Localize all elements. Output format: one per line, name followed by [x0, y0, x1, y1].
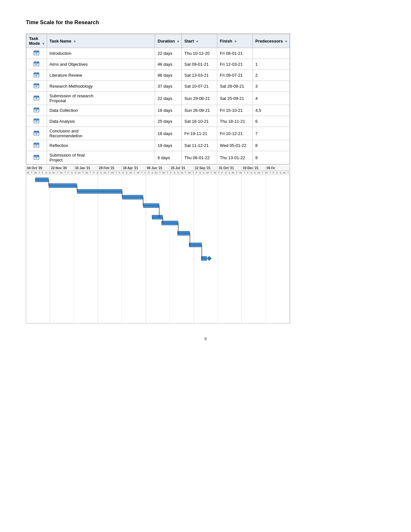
task-mode-cell — [26, 92, 47, 105]
gantt-day-cell: W — [34, 171, 38, 175]
task-mode-icon — [33, 50, 40, 57]
gantt-day-cell: S — [202, 171, 206, 175]
finish-cell: Fri 08-01-21 — [217, 48, 253, 59]
table-row: Introduction22 daysThu 10-12-20Fri 08-01… — [26, 48, 290, 59]
gantt-day-cell: F — [118, 171, 122, 175]
task-mode-icon — [33, 61, 40, 68]
gantt-day-cell: S — [228, 171, 231, 175]
gantt-day-cell: S — [74, 171, 77, 175]
finish-cell: Fri 12-03-21 — [217, 59, 253, 70]
table-row: Data Collection16 daysSun 26-09-21Fri 15… — [26, 105, 290, 116]
gantt-day-cell: M — [77, 171, 82, 175]
gantt-day-cell: M — [129, 171, 133, 175]
svg-rect-1 — [34, 51, 39, 52]
task-mode-cell — [26, 59, 47, 70]
duration-cell: 46 days — [155, 59, 182, 70]
gantt-bar — [122, 195, 143, 199]
gantt-day-cell: T — [64, 171, 67, 175]
gantt-day-cell: T — [235, 171, 239, 175]
start-cell: Thu 06-01-22 — [182, 151, 217, 164]
gantt-bar — [143, 203, 159, 208]
gantt-bar — [77, 189, 122, 194]
gantt-day-cell: T — [115, 171, 118, 175]
duration-cell: 19 days — [155, 140, 182, 151]
col-header-start[interactable]: Start ▾ — [182, 34, 217, 48]
gantt-day-cell: S — [279, 171, 282, 175]
task-mode-cell — [26, 81, 47, 92]
gantt-day-cell: T — [243, 171, 247, 175]
table-row: Research Methodology37 daysSat 10-07-21S… — [26, 81, 290, 92]
gantt-bar — [152, 215, 163, 219]
start-cell: Sat 11-12-21 — [182, 140, 217, 151]
task-name-cell: Aims and Objectives — [47, 59, 155, 70]
gantt-day-cell: F — [170, 171, 173, 175]
sort-arrow-task-name: ▾ — [74, 40, 75, 43]
col-header-finish[interactable]: Finish ▾ — [217, 34, 253, 48]
gantt-day-cell: F — [41, 171, 45, 175]
task-name-cell: Submission of finalProject — [47, 151, 155, 164]
gantt-bars-container — [26, 175, 290, 323]
finish-cell: Thu 18-11-21 — [217, 116, 253, 127]
gantt-bar — [201, 256, 207, 261]
gantt-day-cell: S — [125, 171, 129, 175]
sort-arrow-predecessors: ▾ — [285, 40, 287, 43]
finish-cell: Fri 10-12-21 — [217, 127, 253, 140]
gantt-date-cell: 18 Apr '21 — [122, 166, 146, 170]
gantt-connectors-svg — [26, 175, 290, 323]
col-header-task-name[interactable]: Task Name ▾ — [47, 34, 155, 48]
gantt-day-cell: S — [70, 171, 74, 175]
col-header-duration[interactable]: Duration ▾ — [155, 34, 182, 48]
gantt-date-cell: 12 Sep '21 — [194, 166, 218, 170]
gantt-date-cell: 19 Dec '21 — [242, 166, 266, 170]
task-name-cell: Data Collection — [47, 105, 155, 116]
task-name-cell: Literature Review — [47, 70, 155, 81]
gantt-day-cell: S — [275, 171, 279, 175]
start-cell: Sat 09-01-21 — [182, 59, 217, 70]
task-mode-icon — [33, 154, 40, 161]
start-cell: Thu 10-12-20 — [182, 48, 217, 59]
gantt-date-cell: 06 Jun '21 — [146, 166, 170, 170]
gantt-day-cell: M — [231, 171, 235, 175]
table-row: Submission of researchProposal22 daysSun… — [26, 92, 290, 105]
gantt-day-cell: F — [195, 171, 199, 175]
task-name-cell: Research Methodology — [47, 81, 155, 92]
gantt-day-cell: T — [287, 171, 290, 175]
svg-rect-13 — [34, 84, 39, 85]
start-cell: Sat 16-10-21 — [182, 116, 217, 127]
finish-cell: Fri 09-07-21 — [217, 70, 253, 81]
gantt-day-cell: T — [89, 171, 93, 175]
gantt-day-cell: W — [187, 171, 192, 175]
gantt-day-cell: T — [192, 171, 195, 175]
gantt-day-cell: F — [93, 171, 96, 175]
col-header-task-mode[interactable]: TaskMode ▾ — [26, 34, 47, 48]
col-header-predecessors[interactable]: Predecessors ▾ — [253, 34, 290, 48]
gantt-day-cell: F — [67, 171, 71, 175]
gantt-bar — [189, 243, 202, 247]
table-row: Conclusion andRecommendetion16 daysFri 1… — [26, 127, 290, 140]
gantt-day-cell: W — [162, 171, 166, 175]
duration-cell: 86 days — [155, 70, 182, 81]
gantt-day-cell: F — [246, 171, 250, 175]
sort-arrow-start: ▾ — [196, 40, 198, 43]
finish-cell: Sat 28-08-21 — [217, 81, 253, 92]
task-mode-cell — [26, 48, 47, 59]
gantt-day-cell: S — [253, 171, 257, 175]
table-row: Reflection19 daysSat 11-12-21Wed 05-01-2… — [26, 140, 290, 151]
page-number: 9 — [26, 336, 385, 341]
gantt-day-cell: S — [250, 171, 253, 175]
gantt-table: TaskMode ▾ Task Name ▾ Duration ▾ Start … — [26, 34, 290, 164]
svg-rect-21 — [34, 108, 39, 109]
task-mode-icon — [33, 142, 40, 149]
gantt-day-cell: S — [173, 171, 176, 175]
gantt-bar — [177, 231, 190, 236]
gantt-day-cell: S — [100, 171, 103, 175]
predecessors-cell: 1 — [253, 59, 290, 70]
predecessors-cell: 8 — [253, 140, 290, 151]
gantt-day-cell: M — [154, 171, 159, 175]
task-mode-icon — [33, 72, 40, 79]
task-name-cell: Introduction — [47, 48, 155, 59]
gantt-date-cell: 25 Jul '21 — [170, 166, 194, 170]
gantt-date-cell: 31 Oct '21 — [218, 166, 242, 170]
gantt-day-cell: W — [59, 171, 64, 175]
svg-rect-37 — [34, 155, 39, 157]
